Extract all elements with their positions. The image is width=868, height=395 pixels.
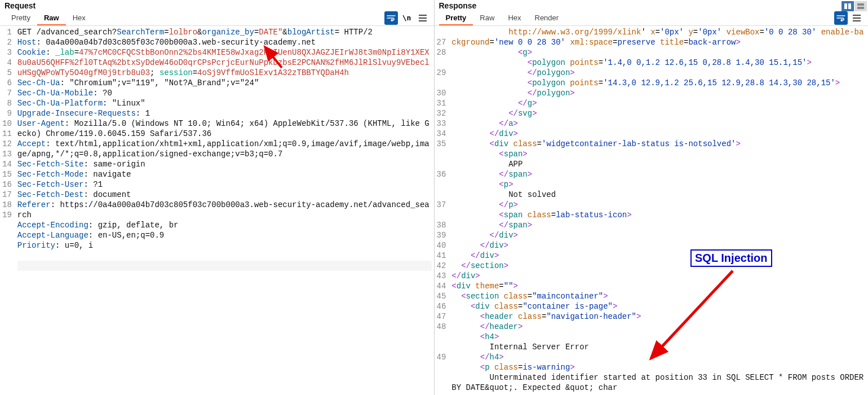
request-header: Request bbox=[0, 0, 434, 10]
request-title: Request bbox=[5, 1, 36, 10]
tab-pretty-resp[interactable]: Pretty bbox=[439, 10, 473, 25]
tab-hex[interactable]: Hex bbox=[66, 10, 92, 25]
request-code[interactable]: 12345678910111213141516171819 GET /advan… bbox=[0, 26, 434, 395]
svg-rect-2 bbox=[857, 3, 864, 6]
wrap-icon-resp[interactable] bbox=[834, 11, 848, 25]
svg-rect-1 bbox=[848, 3, 851, 9]
response-header: Response bbox=[435, 0, 869, 10]
response-code[interactable]: 2728293031323334353637383940414243444546… bbox=[435, 26, 869, 395]
tab-raw-resp[interactable]: Raw bbox=[473, 10, 501, 25]
tab-render-resp[interactable]: Render bbox=[528, 10, 566, 25]
response-tabs: Pretty Raw Hex Render bbox=[435, 10, 869, 26]
svg-rect-3 bbox=[857, 7, 864, 9]
response-panel: Response Pretty Raw Hex Render 272829303… bbox=[435, 0, 869, 395]
layout-rows-icon[interactable] bbox=[854, 1, 867, 11]
annotation-label: SQL Injection bbox=[690, 249, 772, 267]
hamburger-icon-resp[interactable] bbox=[850, 11, 863, 25]
hamburger-icon[interactable] bbox=[416, 11, 429, 25]
response-title: Response bbox=[439, 1, 477, 10]
request-panel: Request Pretty Raw Hex \n 12345678910111… bbox=[0, 0, 435, 395]
newline-icon[interactable]: \n bbox=[400, 11, 414, 25]
request-tabs: Pretty Raw Hex \n bbox=[0, 10, 434, 26]
layout-columns-icon[interactable] bbox=[842, 1, 854, 11]
svg-rect-0 bbox=[844, 3, 847, 9]
wrap-icon[interactable] bbox=[384, 11, 398, 25]
tab-hex-resp[interactable]: Hex bbox=[501, 10, 528, 25]
tab-pretty[interactable]: Pretty bbox=[5, 10, 37, 25]
tab-raw[interactable]: Raw bbox=[37, 10, 66, 25]
layout-toggles bbox=[841, 1, 867, 11]
